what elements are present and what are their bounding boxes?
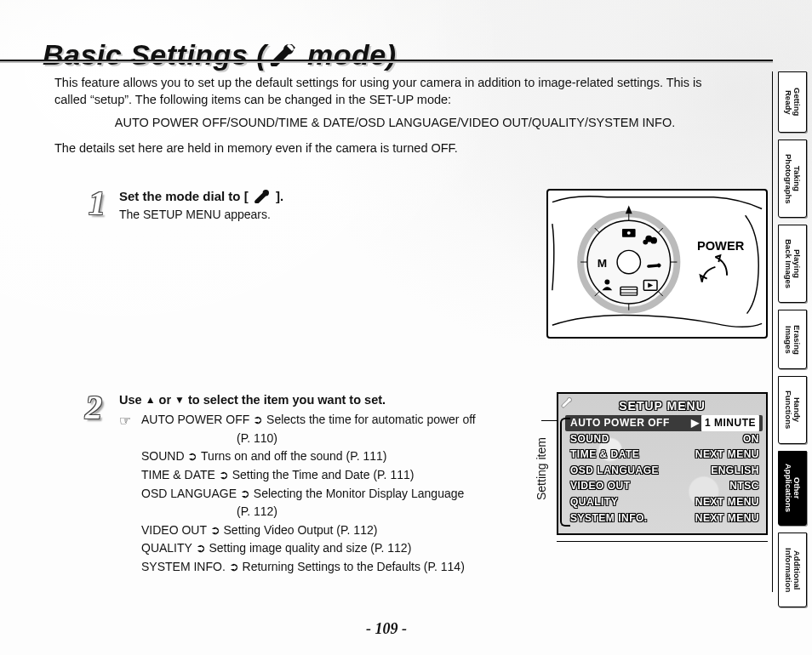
list-item: AUTO POWER OFF ➲ Selects the time for au… <box>141 412 476 429</box>
menu-row: SYSTEM INFO.NEXT MENU <box>570 510 759 527</box>
menu-value: 1 MINUTE <box>701 415 759 431</box>
list-item: TIME & DATE ➲ Setting the Time and Date … <box>141 467 476 484</box>
menu-key: TIME & DATE <box>570 447 639 463</box>
svg-point-23 <box>604 280 609 285</box>
step-2-text: Use ▲ or ▼ to select the item you want t… <box>119 391 536 578</box>
step-1-number: 1 <box>89 183 106 223</box>
step-1-text: Set the mode dial to [ ]. The SETUP MENU… <box>119 189 283 221</box>
setup-menu-title: SETUP MENU <box>558 399 766 413</box>
list-item: (P. 112) <box>237 504 476 521</box>
list-item: VIDEO OUT ➲ Setting Video Output (P. 112… <box>141 522 476 539</box>
menu-bracket-icon <box>560 418 570 527</box>
svg-point-3 <box>617 250 640 273</box>
menu-value: ON <box>743 431 759 447</box>
svg-point-17 <box>643 240 648 245</box>
page-number: - 109 - <box>0 620 773 638</box>
list-item: QUALITY ➲ Setting image quality and size… <box>141 540 476 557</box>
step-2-number: 2 <box>85 387 102 427</box>
menu-key: SYSTEM INFO. <box>570 510 648 527</box>
step-2-headline-a: Use <box>119 393 146 407</box>
setup-menu-screenshot: SETUP MENU AUTO POWER OFF ▶1 MINUTE SOUN… <box>557 392 768 535</box>
pointer-icon: ▶ <box>691 415 700 431</box>
menu-row: VIDEO OUTNTSC <box>570 478 759 494</box>
tab-erasing-images[interactable]: Erasing Images <box>778 310 807 369</box>
intro-capline: AUTO POWER OFF/SOUND/TIME & DATE/OSD LAN… <box>54 115 735 132</box>
tab-label: Getting Ready <box>784 83 802 121</box>
menu-value: NTSC <box>729 478 759 494</box>
menu-row: SOUNDON <box>570 431 759 447</box>
menu-key: QUALITY <box>570 494 618 510</box>
tab-label: Additional Information <box>784 543 802 597</box>
setting-item-leader-line <box>541 420 557 421</box>
step-1-subtext: The SETUP MENU appears. <box>119 208 283 221</box>
svg-point-14 <box>627 231 631 235</box>
wrench-icon <box>560 396 574 413</box>
down-triangle-icon: ▼ <box>174 394 185 406</box>
step-1-headline-a: Set the mode dial to [ <box>119 189 252 203</box>
tab-label: Erasing Images <box>784 320 802 360</box>
setting-item-label: Setting item <box>535 437 548 500</box>
menu-key: SOUND <box>570 431 609 447</box>
svg-point-16 <box>650 237 657 244</box>
tab-taking-photographs[interactable]: Taking Photographs <box>778 140 807 218</box>
menu-value: ENGLISH <box>711 463 759 479</box>
camera-illustration: M POWER <box>546 189 768 339</box>
intro-block: This feature allows you to set up the de… <box>54 75 735 157</box>
list-item: SYSTEM INFO. ➲ Returning Settings to the… <box>141 559 476 576</box>
tab-label: Playing Back Images <box>784 234 802 293</box>
list-item: SOUND ➲ Turns on and off the sound (P. 1… <box>141 448 476 465</box>
title-suffix: mode) <box>299 38 396 71</box>
step-2-headline-c: to select the item you want to set. <box>185 393 386 407</box>
menu-key: OSD LANGUAGE <box>570 463 659 479</box>
tab-other-applications[interactable]: Other Applications <box>778 451 807 526</box>
step-2-item-list: AUTO POWER OFF ➲ Selects the time for au… <box>141 412 476 577</box>
tab-label: Handy Functions <box>784 385 802 434</box>
setup-menu-list: AUTO POWER OFF ▶1 MINUTE SOUNDON TIME & … <box>570 415 759 526</box>
step-2-headline: Use ▲ or ▼ to select the item you want t… <box>119 391 536 408</box>
tab-handy-functions[interactable]: Handy Functions <box>778 376 807 444</box>
menu-row: TIME & DATENEXT MENU <box>570 447 759 463</box>
pointing-hand-icon: ☞ <box>119 412 141 577</box>
tabs-divider <box>772 71 773 592</box>
menu-value: NEXT MENU <box>695 494 759 510</box>
wrench-icon <box>252 191 272 206</box>
menu-key: VIDEO OUT <box>570 478 631 494</box>
svg-text:M: M <box>598 257 607 270</box>
page-title: Basic Settings ( mode) <box>43 38 397 73</box>
tab-additional-information[interactable]: Additional Information <box>778 533 807 607</box>
wrench-icon <box>266 40 299 73</box>
tab-getting-ready[interactable]: Getting Ready <box>778 71 807 133</box>
step-2-headline-b: or <box>156 393 175 407</box>
title-underline <box>0 60 773 61</box>
list-item: OSD LANGUAGE ➲ Selecting the Monitor Dis… <box>141 486 476 503</box>
setup-underline <box>557 541 768 542</box>
step-2-items-row: ☞ AUTO POWER OFF ➲ Selects the time for … <box>119 412 536 577</box>
step-1-headline: Set the mode dial to [ ]. <box>119 189 283 206</box>
manual-page: Basic Settings ( mode) This feature allo… <box>0 0 812 655</box>
power-label: POWER <box>697 239 745 253</box>
intro-p1: This feature allows you to set up the de… <box>54 75 735 108</box>
title-prefix: Basic Settings ( <box>43 38 266 71</box>
up-triangle-icon: ▲ <box>146 394 156 406</box>
menu-row-selected: AUTO POWER OFF ▶1 MINUTE <box>565 415 763 431</box>
menu-row: OSD LANGUAGEENGLISH <box>570 463 759 479</box>
thumb-tabs: Getting Ready Taking Photographs Playing… <box>778 71 807 614</box>
list-item: (P. 110) <box>237 430 476 447</box>
tab-playing-back-images[interactable]: Playing Back Images <box>778 225 807 303</box>
step-1-headline-b: ]. <box>272 189 283 203</box>
intro-p2: The details set here are held in memory … <box>54 140 735 157</box>
menu-value: NEXT MENU <box>695 510 759 527</box>
tab-label: Other Applications <box>784 458 802 517</box>
svg-marker-24 <box>626 206 632 214</box>
menu-row: QUALITYNEXT MENU <box>570 494 759 510</box>
menu-key: AUTO POWER OFF <box>570 415 670 431</box>
tab-label: Taking Photographs <box>784 149 802 209</box>
menu-value: NEXT MENU <box>695 447 759 463</box>
